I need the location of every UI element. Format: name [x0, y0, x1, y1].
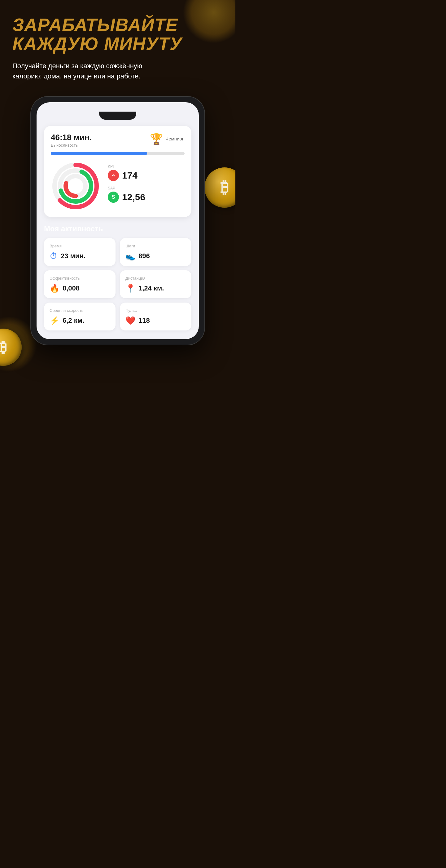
activity-item-efficiency: Эффективность 🔥 0,008 — [44, 270, 115, 298]
phone-mockup: 46:18 мин. Выносливость 🏆 Чемпион — [12, 97, 223, 345]
card-time: 46:18 мин. — [51, 133, 92, 142]
champion-text: Чемпион — [165, 136, 184, 142]
kpi-value: 174 — [122, 170, 138, 181]
phone-notch — [99, 112, 136, 120]
speed-icon: ⚡ — [49, 316, 60, 326]
activity-grid: Время ⏱ 23 мин. Шаги 👟 896 — [44, 238, 192, 331]
steps-icon: 👟 — [126, 251, 135, 261]
sap-stat: SAP S 12,56 — [108, 186, 184, 203]
kpi-icon — [108, 170, 119, 181]
hero-subtitle: Получайте деньги за каждую сожжённую кал… — [12, 61, 142, 81]
efficiency-icon: 🔥 — [49, 284, 60, 293]
steps-value: 896 — [138, 252, 150, 260]
activity-item-time: Время ⏱ 23 мин. — [44, 238, 115, 266]
hero-title: ЗАРАБАТЫВАЙТЕ КАЖДУЮ МИНУТУ — [12, 16, 223, 53]
distance-icon: 📍 — [126, 284, 135, 293]
progress-bar — [51, 152, 184, 155]
sap-icon: S — [108, 192, 119, 203]
sap-value: 12,56 — [122, 192, 145, 203]
time-icon: ⏱ — [49, 251, 58, 261]
progress-bar-fill — [51, 152, 147, 155]
ring-chart — [51, 161, 100, 211]
time-value: 23 мин. — [61, 252, 85, 260]
pulse-icon: ❤️ — [126, 316, 135, 326]
kpi-stat: KPI 174 — [108, 164, 184, 181]
my-activity-section: Моя активность Время ⏱ 23 мин. Ш — [44, 224, 192, 331]
section-title: Моя активность — [44, 224, 192, 233]
card-label: Выносливость — [51, 143, 92, 148]
champion-badge: 🏆 Чемпион — [150, 133, 184, 145]
activity-card: 46:18 мин. Выносливость 🏆 Чемпион — [44, 126, 192, 217]
efficiency-value: 0,008 — [63, 284, 79, 292]
pulse-value: 118 — [138, 316, 150, 324]
trophy-icon: 🏆 — [150, 133, 163, 145]
activity-item-steps: Шаги 👟 896 — [120, 238, 192, 266]
activity-item-speed: Средняя скорость ⚡ 6,2 км. — [44, 303, 115, 331]
activity-item-pulse: Пульс ❤️ 118 — [120, 303, 192, 331]
speed-value: 6,2 км. — [63, 316, 84, 324]
activity-item-distance: Дистанция 📍 1,24 км. — [120, 270, 192, 298]
distance-value: 1,24 км. — [138, 284, 164, 292]
stats-container: KPI 174 — [108, 164, 184, 208]
